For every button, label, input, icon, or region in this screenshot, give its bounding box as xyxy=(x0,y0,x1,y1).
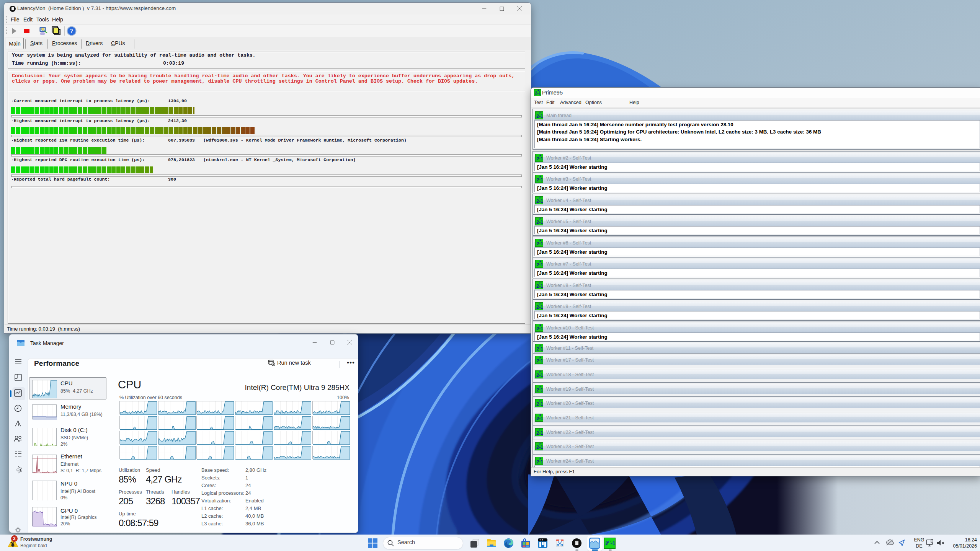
svg-text:?: ? xyxy=(70,28,73,34)
